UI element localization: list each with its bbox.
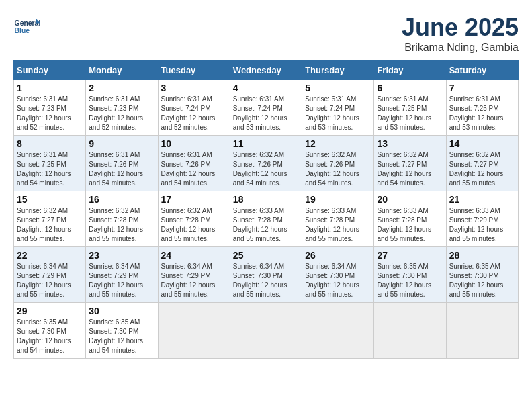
calendar-week-row: 22 Sunrise: 6:34 AMSunset: 7:29 PMDaylig…	[14, 247, 519, 303]
day-detail: Sunrise: 6:33 AMSunset: 7:28 PMDaylight:…	[377, 207, 431, 242]
day-number: 4	[233, 83, 299, 93]
day-number: 14	[449, 138, 515, 149]
day-detail: Sunrise: 6:31 AMSunset: 7:25 PMDaylight:…	[449, 95, 504, 131]
table-row: 16 Sunrise: 6:32 AMSunset: 7:28 PMDaylig…	[86, 191, 158, 247]
day-number: 5	[305, 83, 371, 93]
day-detail: Sunrise: 6:31 AMSunset: 7:24 PMDaylight:…	[233, 95, 287, 131]
table-row: 12 Sunrise: 6:32 AMSunset: 7:26 PMDaylig…	[302, 136, 374, 191]
table-row	[230, 303, 302, 359]
calendar-week-row: 8 Sunrise: 6:31 AMSunset: 7:25 PMDayligh…	[14, 136, 519, 191]
table-row: 7 Sunrise: 6:31 AMSunset: 7:25 PMDayligh…	[446, 80, 518, 136]
table-row: 8 Sunrise: 6:31 AMSunset: 7:25 PMDayligh…	[14, 136, 86, 191]
day-number: 28	[449, 250, 515, 261]
col-thursday: Thursday	[302, 61, 374, 80]
day-number: 8	[17, 138, 83, 149]
day-detail: Sunrise: 6:33 AMSunset: 7:28 PMDaylight:…	[233, 207, 287, 242]
day-number: 10	[161, 138, 227, 149]
calendar-table: Sunday Monday Tuesday Wednesday Thursday…	[13, 60, 519, 359]
day-number: 6	[377, 83, 443, 93]
table-row: 1 Sunrise: 6:31 AMSunset: 7:23 PMDayligh…	[14, 80, 86, 136]
table-row: 21 Sunrise: 6:33 AMSunset: 7:29 PMDaylig…	[446, 191, 518, 247]
day-detail: Sunrise: 6:32 AMSunset: 7:27 PMDaylight:…	[449, 151, 504, 187]
col-sunday: Sunday	[14, 61, 86, 80]
table-row: 6 Sunrise: 6:31 AMSunset: 7:25 PMDayligh…	[374, 80, 446, 136]
day-number: 18	[233, 194, 299, 205]
day-number: 15	[17, 194, 83, 205]
table-row: 15 Sunrise: 6:32 AMSunset: 7:27 PMDaylig…	[14, 191, 86, 247]
col-wednesday: Wednesday	[230, 61, 302, 80]
table-row: 26 Sunrise: 6:34 AMSunset: 7:30 PMDaylig…	[302, 247, 374, 303]
day-number: 11	[233, 138, 299, 149]
table-row: 9 Sunrise: 6:31 AMSunset: 7:26 PMDayligh…	[86, 136, 158, 191]
col-friday: Friday	[374, 61, 446, 80]
day-detail: Sunrise: 6:31 AMSunset: 7:25 PMDaylight:…	[17, 151, 71, 187]
day-detail: Sunrise: 6:32 AMSunset: 7:26 PMDaylight:…	[233, 151, 287, 187]
day-detail: Sunrise: 6:32 AMSunset: 7:26 PMDaylight:…	[305, 151, 359, 187]
day-detail: Sunrise: 6:31 AMSunset: 7:26 PMDaylight:…	[161, 151, 216, 187]
day-detail: Sunrise: 6:35 AMSunset: 7:30 PMDaylight:…	[17, 318, 71, 354]
day-number: 13	[377, 138, 443, 149]
table-row: 22 Sunrise: 6:34 AMSunset: 7:29 PMDaylig…	[14, 247, 86, 303]
table-row: 25 Sunrise: 6:34 AMSunset: 7:30 PMDaylig…	[230, 247, 302, 303]
table-row: 27 Sunrise: 6:35 AMSunset: 7:30 PMDaylig…	[374, 247, 446, 303]
table-row: 3 Sunrise: 6:31 AMSunset: 7:24 PMDayligh…	[158, 80, 230, 136]
table-row: 19 Sunrise: 6:33 AMSunset: 7:28 PMDaylig…	[302, 191, 374, 247]
day-detail: Sunrise: 6:32 AMSunset: 7:28 PMDaylight:…	[89, 207, 143, 242]
svg-text:Blue: Blue	[15, 27, 30, 34]
day-detail: Sunrise: 6:31 AMSunset: 7:25 PMDaylight:…	[377, 95, 431, 131]
table-row	[446, 303, 518, 359]
calendar-week-row: 29 Sunrise: 6:35 AMSunset: 7:30 PMDaylig…	[14, 303, 519, 359]
table-row: 29 Sunrise: 6:35 AMSunset: 7:30 PMDaylig…	[14, 303, 86, 359]
table-row: 2 Sunrise: 6:31 AMSunset: 7:23 PMDayligh…	[86, 80, 158, 136]
table-row: 10 Sunrise: 6:31 AMSunset: 7:26 PMDaylig…	[158, 136, 230, 191]
calendar-week-row: 1 Sunrise: 6:31 AMSunset: 7:23 PMDayligh…	[14, 80, 519, 136]
day-detail: Sunrise: 6:31 AMSunset: 7:24 PMDaylight:…	[161, 95, 216, 131]
day-detail: Sunrise: 6:35 AMSunset: 7:30 PMDaylight:…	[449, 263, 504, 298]
day-number: 17	[161, 194, 227, 205]
day-number: 26	[305, 250, 371, 261]
logo-icon: General Blue	[13, 13, 40, 40]
day-number: 20	[377, 194, 443, 205]
day-number: 21	[449, 194, 515, 205]
day-detail: Sunrise: 6:32 AMSunset: 7:27 PMDaylight:…	[17, 207, 71, 242]
day-detail: Sunrise: 6:32 AMSunset: 7:28 PMDaylight:…	[161, 207, 216, 242]
table-row: 5 Sunrise: 6:31 AMSunset: 7:24 PMDayligh…	[302, 80, 374, 136]
table-row: 14 Sunrise: 6:32 AMSunset: 7:27 PMDaylig…	[446, 136, 518, 191]
day-detail: Sunrise: 6:31 AMSunset: 7:26 PMDaylight:…	[89, 151, 143, 187]
col-tuesday: Tuesday	[158, 61, 230, 80]
location-title: Brikama Nding, Gambia	[402, 42, 519, 54]
day-detail: Sunrise: 6:34 AMSunset: 7:30 PMDaylight:…	[305, 263, 359, 298]
table-row: 4 Sunrise: 6:31 AMSunset: 7:24 PMDayligh…	[230, 80, 302, 136]
table-row	[302, 303, 374, 359]
day-number: 9	[89, 138, 154, 149]
day-number: 29	[17, 306, 83, 316]
day-detail: Sunrise: 6:32 AMSunset: 7:27 PMDaylight:…	[377, 151, 431, 187]
day-number: 27	[377, 250, 443, 261]
table-row	[158, 303, 230, 359]
col-monday: Monday	[86, 61, 158, 80]
day-number: 25	[233, 250, 299, 261]
day-number: 2	[89, 83, 154, 93]
table-row: 17 Sunrise: 6:32 AMSunset: 7:28 PMDaylig…	[158, 191, 230, 247]
day-detail: Sunrise: 6:34 AMSunset: 7:29 PMDaylight:…	[17, 263, 71, 298]
logo: General Blue	[13, 13, 44, 40]
day-number: 7	[449, 83, 515, 93]
day-number: 30	[89, 306, 154, 316]
day-detail: Sunrise: 6:34 AMSunset: 7:29 PMDaylight:…	[89, 263, 143, 298]
table-row: 24 Sunrise: 6:34 AMSunset: 7:29 PMDaylig…	[158, 247, 230, 303]
table-row: 20 Sunrise: 6:33 AMSunset: 7:28 PMDaylig…	[374, 191, 446, 247]
table-row: 28 Sunrise: 6:35 AMSunset: 7:30 PMDaylig…	[446, 247, 518, 303]
day-detail: Sunrise: 6:34 AMSunset: 7:30 PMDaylight:…	[233, 263, 287, 298]
table-row: 13 Sunrise: 6:32 AMSunset: 7:27 PMDaylig…	[374, 136, 446, 191]
calendar-week-row: 15 Sunrise: 6:32 AMSunset: 7:27 PMDaylig…	[14, 191, 519, 247]
table-row: 23 Sunrise: 6:34 AMSunset: 7:29 PMDaylig…	[86, 247, 158, 303]
day-detail: Sunrise: 6:31 AMSunset: 7:23 PMDaylight:…	[17, 95, 71, 131]
month-title: June 2025	[402, 13, 519, 42]
day-detail: Sunrise: 6:31 AMSunset: 7:23 PMDaylight:…	[89, 95, 143, 131]
day-number: 1	[17, 83, 83, 93]
day-number: 12	[305, 138, 371, 149]
day-number: 19	[305, 194, 371, 205]
day-detail: Sunrise: 6:35 AMSunset: 7:30 PMDaylight:…	[89, 318, 143, 354]
table-row	[374, 303, 446, 359]
col-saturday: Saturday	[446, 61, 518, 80]
